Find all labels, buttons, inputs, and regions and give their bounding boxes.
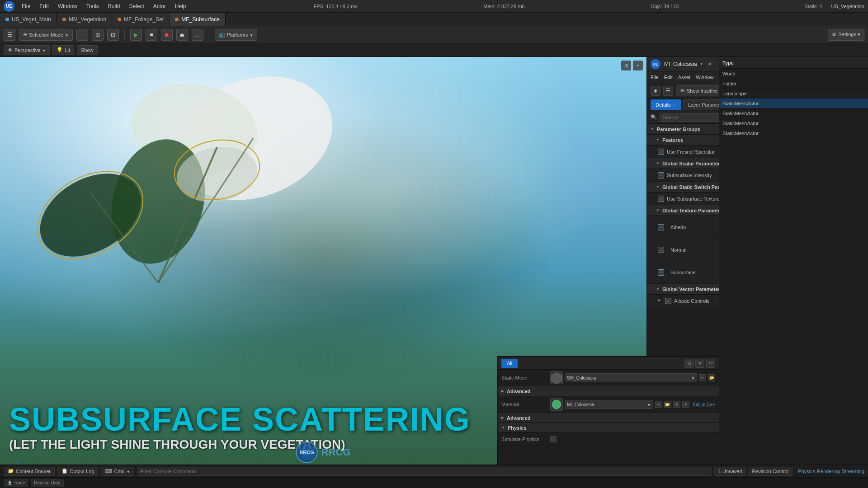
- tab-mm-vegetation[interactable]: MM_Vegetation: [57, 13, 112, 26]
- grid-btn[interactable]: ⊟: [107, 29, 119, 41]
- trace-btn[interactable]: 🔬 Trace: [4, 479, 28, 487]
- pause-btn[interactable]: ■: [146, 29, 157, 41]
- viewport-grid-btn[interactable]: +: [633, 61, 643, 70]
- selection-mode-btn[interactable]: ⊕ Selection Mode: [19, 29, 73, 41]
- details-header-icons: ⊞ ★ ⚙: [684, 359, 715, 368]
- selection-mode-icon: ⊕: [23, 32, 27, 38]
- menu-window[interactable]: Window: [56, 2, 79, 10]
- panel-menu-edit[interactable]: Edit: [664, 75, 673, 80]
- simulate-physics-checkbox[interactable]: [550, 436, 557, 442]
- streaming-tab-btn[interactable]: Streaming: [842, 469, 864, 474]
- panel-menu-file[interactable]: File: [651, 75, 659, 80]
- show-btn[interactable]: Show: [77, 45, 98, 55]
- albedo-checkbox[interactable]: [658, 224, 664, 230]
- perspective-btn[interactable]: 👁 Perspective: [4, 45, 50, 55]
- outliner-row-static-mesh-3[interactable]: StaticMeshActor: [719, 118, 868, 128]
- unsaved-btn[interactable]: 1 Unsaved: [714, 467, 746, 476]
- static-mesh-dropdown[interactable]: SM_Colocasia: [565, 373, 697, 382]
- outliner-row-world[interactable]: World: [719, 69, 868, 79]
- revision-control-label: Revision Control: [752, 469, 788, 474]
- details-grid-btn[interactable]: ⊞: [684, 359, 693, 368]
- sub-texture-checkbox[interactable]: [658, 196, 664, 202]
- static-mesh-browse-btn[interactable]: 📂: [708, 374, 715, 381]
- settings-btn[interactable]: ⚙ Settings ▾: [828, 29, 864, 41]
- play-btn[interactable]: ▶: [130, 29, 142, 41]
- viewport-maximize-btn[interactable]: ⊞: [621, 61, 631, 70]
- panel-menu-window[interactable]: Window: [696, 75, 713, 80]
- wo-content: World Folder Landscape StaticMeshActor S…: [719, 69, 868, 138]
- details-star-btn[interactable]: ★: [695, 359, 704, 368]
- show-inactive-icon: 👁: [680, 88, 685, 94]
- menu-select[interactable]: Select: [127, 2, 146, 10]
- material-dropdown[interactable]: MI_Colocasia: [565, 400, 653, 409]
- tab-mf-foliage[interactable]: MF_Foliage_Set: [112, 13, 170, 26]
- features-label: Features: [662, 137, 683, 143]
- outliner-row-static-mesh-2[interactable]: StaticMeshActor: [719, 108, 868, 118]
- tab-mf-subsurface[interactable]: MF_Subsurface: [170, 13, 226, 26]
- cmd-chevron: [127, 469, 130, 474]
- cmd-btn[interactable]: ⌨ Cmd: [101, 467, 134, 476]
- output-log-btn[interactable]: 📋 Output Log: [57, 467, 98, 476]
- subsurface-tex-checkbox[interactable]: [658, 269, 664, 276]
- comp-advanced-section[interactable]: Advanced: [498, 386, 719, 396]
- material-close-btn[interactable]: ✕: [682, 401, 689, 408]
- tabs-bar: US_Veget_Main MM_Vegetation MF_Foliage_S…: [0, 13, 868, 26]
- details-settings-btn[interactable]: ⚙: [706, 359, 715, 368]
- panel-material-icon[interactable]: ◈: [651, 86, 660, 96]
- more-btn[interactable]: …: [192, 29, 203, 41]
- settings-icon: ⚙: [832, 32, 836, 38]
- fresnel-checkbox[interactable]: [658, 149, 664, 155]
- stop-btn[interactable]: ⏹: [161, 29, 173, 41]
- panel-ue-logo: UE: [651, 59, 660, 69]
- rendering-tab-btn[interactable]: Rendering: [817, 469, 840, 474]
- menu-tools[interactable]: Tools: [85, 2, 101, 10]
- static-mesh-navigate-btn[interactable]: ↩: [699, 374, 706, 381]
- menu-edit[interactable]: Edit: [38, 2, 51, 10]
- menu-build[interactable]: Build: [106, 2, 122, 10]
- comp-advanced2-section[interactable]: Advanced: [498, 413, 719, 423]
- tab-details[interactable]: Details ✕: [651, 99, 681, 110]
- panel-close-btn[interactable]: ✕: [706, 61, 713, 68]
- derived-data-btn[interactable]: Derived Data: [31, 479, 63, 487]
- normal-checkbox[interactable]: [658, 247, 664, 253]
- content-drawer-btn[interactable]: 📁 Content Drawer: [4, 467, 55, 476]
- texture-arrow: [656, 208, 660, 212]
- tab-us-veget-main[interactable]: US_Veget_Main: [0, 13, 57, 26]
- panel-menu-asset[interactable]: Asset: [678, 75, 691, 80]
- console-input[interactable]: [137, 467, 712, 476]
- outliner-row-static-mesh-1[interactable]: StaticMeshActor: [719, 99, 868, 108]
- separator: [124, 29, 125, 40]
- menu-help[interactable]: Help: [173, 2, 188, 10]
- comp-physics-section[interactable]: Physics: [498, 423, 719, 433]
- tab-details-close[interactable]: ✕: [673, 103, 676, 107]
- physics-arrow: [501, 426, 505, 430]
- albedo-controls-checkbox[interactable]: [665, 298, 671, 304]
- outliner-row-folder[interactable]: Folder: [719, 79, 868, 89]
- panel-params-icon[interactable]: ☰: [663, 86, 673, 96]
- hamburger-menu-btn[interactable]: ☰: [4, 29, 15, 41]
- outliner-row-landscape[interactable]: Landscape: [719, 89, 868, 99]
- revision-control-btn[interactable]: Revision Control: [748, 467, 793, 476]
- all-btn[interactable]: All: [501, 359, 518, 368]
- static-mesh-chevron: [691, 375, 695, 380]
- snap-btn[interactable]: ⊞: [92, 29, 104, 41]
- intensity-checkbox[interactable]: [658, 172, 664, 178]
- eject-btn[interactable]: ⏏: [176, 29, 188, 41]
- material-browse-btn[interactable]: 📂: [664, 401, 671, 408]
- menu-actor[interactable]: Actor: [151, 2, 168, 10]
- lit-btn[interactable]: 💡 Lit: [52, 45, 74, 55]
- show-inactive-btn[interactable]: 👁 Show Inactive: [676, 85, 722, 96]
- vector-expand-btn[interactable]: [658, 298, 663, 304]
- platforms-icon: 📺: [219, 32, 225, 38]
- edit-cpp-link[interactable]: Edit in C++: [693, 402, 715, 407]
- menu-file[interactable]: File: [20, 2, 32, 10]
- material-navigate-btn[interactable]: ↩: [655, 401, 662, 408]
- tab-dot: [175, 18, 179, 21]
- platforms-btn[interactable]: 📺 Platforms: [215, 29, 257, 41]
- advanced2-label: Advanced: [507, 415, 715, 421]
- simulate-physics-label: Simulate Physics: [501, 436, 547, 442]
- material-settings-btn[interactable]: ⚙: [673, 401, 680, 408]
- transform-btn[interactable]: ↔: [76, 29, 88, 41]
- physics-tab-btn[interactable]: Physics: [798, 469, 815, 474]
- outliner-row-static-mesh-4[interactable]: StaticMeshActor: [719, 128, 868, 138]
